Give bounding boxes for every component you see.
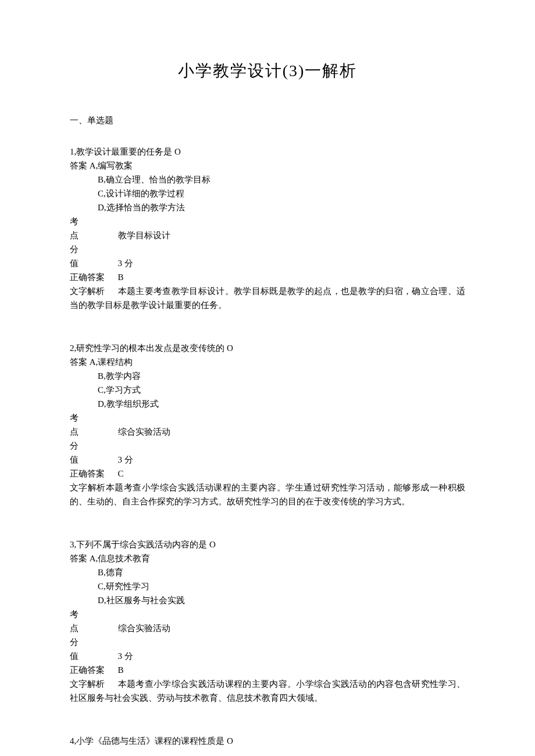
question-4: 4,小学《品德与生活》课程的课程性质是 O [70, 734, 465, 748]
explanation-label: 文字解析 [70, 284, 118, 298]
option-b: B,教学内容 [70, 369, 465, 383]
explanation-text: 本题考查小学综合实践活动课程的主要内容。小学综合实践活动的内容包含研究性学习、社… [70, 679, 465, 703]
question-text: 研究性学习的根本出发点是改变传统的 O [76, 343, 233, 353]
option-c: C,学习方式 [70, 383, 465, 397]
option-d: D,教学组织形式 [70, 397, 465, 411]
question-number: 4, [70, 736, 76, 746]
correct-answer-value: C [118, 469, 124, 478]
exam-point-label: 考点 [70, 214, 118, 242]
score-label: 分值 [70, 242, 118, 270]
exam-point-row: 考点综合实验活动 [70, 411, 465, 439]
option-a: 课程结构 [98, 357, 133, 367]
explanation-label: 文字解析 [70, 677, 118, 691]
explanation-text: 本题考查小学综合实践活动课程的主要内容。学生通过研究性学习活动，能够形成一种积极… [70, 483, 465, 506]
score-label: 分值 [70, 439, 118, 467]
correct-answer-label: 正确答案 [70, 270, 118, 284]
explanation-text: 本题主要考查教学目标设计。教学目标既是教学的起点，也是教学的归宿，确立合理、适当… [70, 286, 465, 310]
question-stem: 1,教学设计最重要的任务是 O [70, 145, 465, 159]
option-c: C,设计详细的教学过程 [70, 187, 465, 200]
correct-answer-row: 正确答案B [70, 270, 465, 284]
option-c: C,研究性学习 [70, 579, 465, 593]
option-a-line: 答案 A,信息技术教育 [70, 551, 465, 565]
explanation-row: 文字解析本题主要考查教学目标设计。教学目标既是教学的起点，也是教学的归宿，确立合… [70, 284, 465, 312]
exam-point-row: 考点综合实验活动 [70, 607, 465, 635]
exam-point-row: 考点教学目标设计 [70, 214, 465, 242]
score-value: 3 分 [118, 259, 133, 268]
exam-point-value: 综合实验活动 [118, 624, 170, 633]
score-value: 3 分 [118, 651, 133, 661]
question-stem: 4,小学《品德与生活》课程的课程性质是 O [70, 734, 465, 748]
question-text: 教学设计最重要的任务是 O [76, 147, 181, 156]
exam-point-value: 综合实验活动 [118, 427, 170, 436]
question-number: 1, [70, 147, 76, 156]
section-header: 一、单选题 [70, 113, 465, 127]
question-number: 2, [70, 343, 76, 353]
exam-point-label: 考点 [70, 411, 118, 439]
explanation-row: 文字解析本题考查小学综合实践活动课程的主要内容。小学综合实践活动的内容包含研究性… [70, 677, 465, 705]
correct-answer-value: B [118, 273, 124, 282]
option-d: D,选择恰当的教学方法 [70, 200, 465, 214]
answer-prefix: 答案 A, [70, 357, 98, 367]
score-row: 分值3 分 [70, 439, 465, 467]
question-text: 小学《品德与生活》课程的课程性质是 O [76, 736, 233, 746]
option-b: B,确立合理、恰当的教学目标 [70, 173, 465, 187]
document-title: 小学教学设计(3)一解析 [70, 58, 465, 84]
correct-answer-label: 正确答案 [70, 663, 118, 677]
option-a-line: 答案 A,编写教案 [70, 159, 465, 173]
question-2: 2,研究性学习的根本出发点是改变传统的 O 答案 A,课程结构 B,教学内容 C… [70, 341, 465, 508]
option-d: D,社区服务与社会实践 [70, 593, 465, 607]
correct-answer-row: 正确答案C [70, 467, 465, 481]
score-value: 3 分 [118, 455, 133, 464]
correct-answer-label: 正确答案 [70, 467, 118, 481]
question-text: 下列不属于综合实践活动内容的是 O [76, 540, 216, 549]
option-a-line: 答案 A,课程结构 [70, 355, 465, 369]
option-a: 编写教案 [98, 161, 133, 170]
score-row: 分值3 分 [70, 242, 465, 270]
question-stem: 3,下列不属于综合实践活动内容的是 O [70, 538, 465, 551]
question-stem: 2,研究性学习的根本出发点是改变传统的 O [70, 341, 465, 355]
exam-point-label: 考点 [70, 607, 118, 635]
question-number: 3, [70, 540, 76, 549]
score-row: 分值3 分 [70, 635, 465, 663]
option-b: B,德育 [70, 565, 465, 579]
explanation-label: 文字解析 [70, 483, 106, 492]
score-label: 分值 [70, 635, 118, 663]
option-a: 信息技术教育 [98, 554, 150, 563]
answer-prefix: 答案 A, [70, 161, 98, 170]
explanation-row: 文字解析本题考查小学综合实践活动课程的主要内容。学生通过研究性学习活动，能够形成… [70, 481, 465, 508]
correct-answer-value: B [118, 665, 124, 675]
question-3: 3,下列不属于综合实践活动内容的是 O 答案 A,信息技术教育 B,德育 C,研… [70, 538, 465, 705]
correct-answer-row: 正确答案B [70, 663, 465, 677]
question-1: 1,教学设计最重要的任务是 O 答案 A,编写教案 B,确立合理、恰当的教学目标… [70, 145, 465, 312]
answer-prefix: 答案 A, [70, 554, 98, 563]
exam-point-value: 教学目标设计 [118, 231, 170, 240]
